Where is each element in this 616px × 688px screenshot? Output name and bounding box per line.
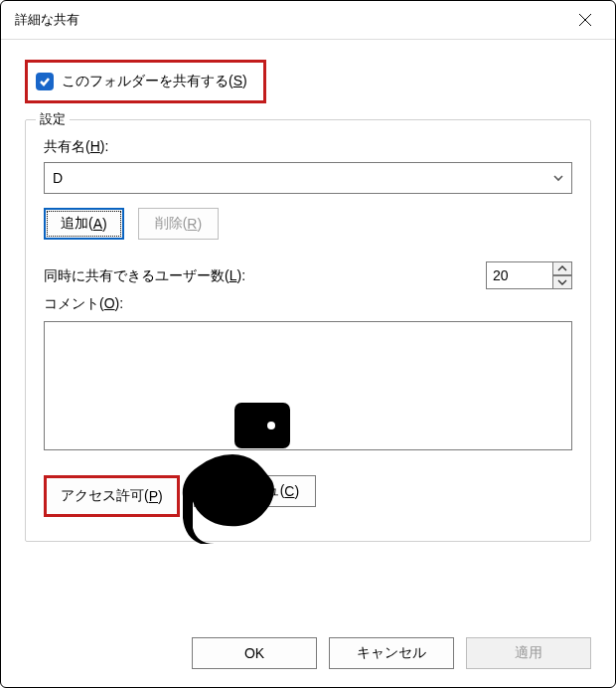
- dialog-content: このフォルダーを共有する(S) 設定 共有名(H): D 追加(A) 削除(R)…: [1, 40, 615, 625]
- share-name-select[interactable]: D: [44, 162, 572, 194]
- window-title: 詳細な共有: [15, 11, 561, 29]
- cache-button[interactable]: キャッシュ(C): [194, 475, 316, 507]
- dialog-footer: OK キャンセル 適用: [1, 625, 615, 687]
- share-name-value: D: [53, 170, 551, 186]
- comment-label: コメント(O):: [44, 295, 572, 313]
- checkmark-icon: [39, 76, 51, 87]
- caret-down-icon: [557, 279, 567, 285]
- caret-up-icon: [557, 265, 567, 271]
- share-name-label: 共有名(H):: [44, 138, 572, 156]
- remove-button: 削除(R): [138, 208, 219, 240]
- settings-group: 設定 共有名(H): D 追加(A) 削除(R) 同時に共有できるユーザー数(L…: [25, 119, 591, 542]
- close-button[interactable]: [561, 4, 609, 36]
- titlebar: 詳細な共有: [1, 1, 615, 40]
- permissions-button[interactable]: アクセス許可(P): [44, 475, 180, 517]
- chevron-down-icon: [551, 171, 565, 185]
- share-folder-label: このフォルダーを共有する(S): [62, 73, 247, 90]
- user-limit-down[interactable]: [552, 275, 572, 289]
- share-folder-toggle[interactable]: このフォルダーを共有する(S): [25, 60, 266, 103]
- share-folder-checkbox[interactable]: [36, 73, 54, 90]
- add-button[interactable]: 追加(A): [44, 208, 124, 240]
- ok-button[interactable]: OK: [192, 637, 317, 669]
- close-icon: [578, 13, 592, 27]
- user-limit-label: 同時に共有できるユーザー数(L):: [44, 267, 245, 285]
- apply-button: 適用: [466, 637, 591, 669]
- comment-textarea[interactable]: [44, 321, 572, 450]
- user-limit-spinner[interactable]: [486, 261, 572, 289]
- cancel-button[interactable]: キャンセル: [329, 637, 454, 669]
- user-limit-up[interactable]: [552, 261, 572, 275]
- settings-legend: 設定: [36, 110, 70, 128]
- user-limit-input[interactable]: [486, 261, 552, 289]
